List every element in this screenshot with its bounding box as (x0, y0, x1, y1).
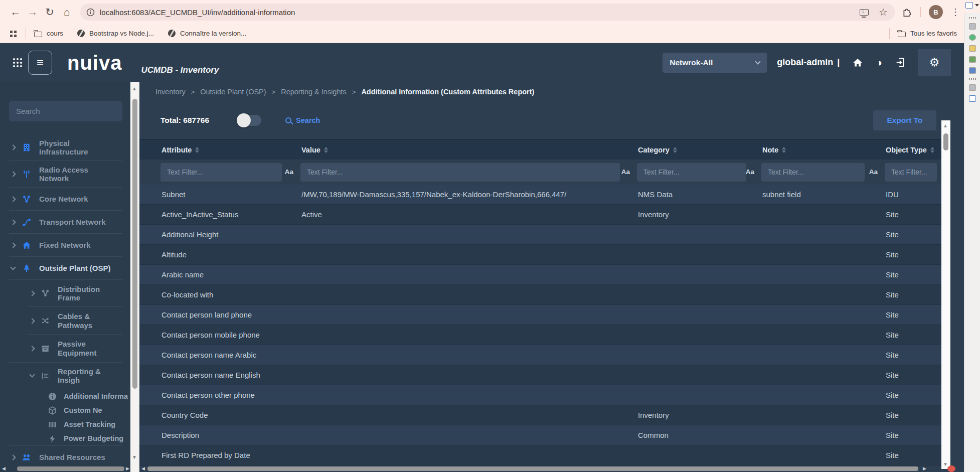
scrollbar-thumb[interactable] (943, 133, 948, 150)
breadcrumb-reporting-insights[interactable]: Reporting & Insights (281, 88, 347, 96)
table-row[interactable]: Arabic nameSite (139, 265, 941, 285)
extensions-icon[interactable] (902, 7, 912, 18)
external-window-icon[interactable] (965, 2, 973, 9)
case-sensitive-toggle[interactable]: Aa (621, 168, 630, 176)
scroll-right-icon[interactable]: ▶ (923, 466, 926, 471)
browser-menu-icon[interactable]: ⋮ (951, 7, 960, 18)
apps-grid-icon[interactable] (10, 31, 13, 33)
scrollbar-thumb[interactable] (132, 99, 137, 389)
scrollbar-thumb[interactable] (147, 466, 918, 471)
filter-note-input[interactable] (761, 163, 865, 182)
sidebar-item-cables-pathways[interactable]: Cables & Pathways (0, 307, 130, 335)
site-info-icon[interactable] (86, 8, 95, 17)
app-launcher-icon[interactable] (13, 58, 15, 60)
all-favorites[interactable]: Tous les favoris (898, 30, 957, 37)
scrollbar-thumb[interactable] (17, 466, 124, 471)
table-row[interactable]: DescriptionCommonSite (139, 425, 941, 445)
filter-attribute-input[interactable] (160, 163, 282, 182)
sidebar-item-power-budgeting[interactable]: Power Budgeting (0, 432, 130, 446)
sidebar-item-physical-infrastructure[interactable]: Physical Infrastructure (0, 134, 130, 161)
profile-avatar[interactable]: B (929, 5, 943, 19)
sidebar-item-transport-network[interactable]: Transport Network (0, 211, 130, 234)
network-selector[interactable]: Netwrok-All (663, 53, 767, 73)
sidebar-vertical-scrollbar[interactable]: ▲ ▼ (130, 82, 139, 472)
external-tool-icon[interactable] (969, 67, 976, 74)
scrollbar-track[interactable]: ▲ ▼ (941, 120, 950, 469)
sidebar-item-distribution-frame[interactable]: Distribution Frame (0, 280, 130, 307)
home-icon[interactable] (853, 58, 863, 68)
reload-icon[interactable]: ↻ (41, 6, 58, 18)
scroll-down-icon[interactable]: ▼ (132, 454, 137, 460)
sidebar-item-passive-equipment[interactable]: Passive Equipment (0, 335, 130, 362)
table-vertical-scrollbar[interactable]: ▲ ▼ (941, 82, 950, 472)
table-row[interactable]: Contact person other phoneSite (139, 385, 941, 405)
caret-down-icon[interactable] (975, 4, 979, 7)
bookmark-connaitre[interactable]: Connaître la version... (168, 30, 246, 37)
scroll-left-icon[interactable]: ◀ (141, 466, 145, 471)
contrast-icon[interactable]: ◑ (876, 57, 882, 69)
table-horizontal-scrollbar[interactable]: ◀ ▶ (139, 465, 941, 472)
sidebar-item-custom-ne[interactable]: Custom Ne (0, 404, 130, 418)
table-row[interactable]: Country CodeInventorySite (139, 405, 941, 425)
scroll-right-icon[interactable]: ▶ (126, 466, 129, 471)
column-header-category[interactable]: Category (638, 146, 762, 154)
forward-icon[interactable]: → (24, 6, 41, 18)
table-row[interactable]: Co-located withSite (139, 285, 941, 305)
table-row[interactable]: Additional HeightSite (139, 225, 941, 245)
sidebar-search-input[interactable] (9, 101, 122, 121)
back-icon[interactable]: ← (7, 6, 24, 18)
filter-toggle[interactable] (238, 115, 261, 126)
url-bar[interactable]: localhost:6083/ACE_UCMDB_UI/inv/addition… (80, 4, 895, 21)
export-to-button[interactable]: Export To (873, 110, 936, 130)
sidebar-item-fixed-network[interactable]: Fixed Network (0, 234, 130, 257)
sidebar-item-additional-information[interactable]: Additional Informa (0, 390, 130, 404)
install-app-icon[interactable] (860, 9, 869, 16)
external-tool-icon[interactable] (969, 84, 976, 91)
filter-value-input[interactable] (300, 163, 620, 182)
case-sensitive-toggle[interactable]: Aa (746, 168, 754, 176)
drag-handle[interactable] (969, 17, 976, 19)
search-button[interactable]: Search (285, 116, 320, 124)
table-row[interactable]: Active_InActive_StatusActiveInventorySit… (139, 205, 941, 225)
table-row[interactable]: Subnet/MW,70,189/MW-Damascus,335,157/Nab… (139, 185, 941, 205)
breadcrumb-outside-plant[interactable]: Outside Plant (OSP) (200, 88, 266, 96)
filter-category-input[interactable] (637, 163, 746, 182)
case-sensitive-toggle[interactable]: Aa (869, 168, 878, 176)
settings-button[interactable]: ⚙ (918, 49, 951, 76)
sidebar-item-shared-resources[interactable]: Shared Resources (0, 446, 130, 465)
hamburger-menu-button[interactable]: ≡ (28, 51, 52, 75)
scroll-down-icon[interactable]: ▼ (943, 461, 948, 467)
sidebar-item-asset-tracking[interactable]: Asset Tracking (0, 418, 130, 432)
sidebar-item-reporting-insights[interactable]: Reporting & Insigh (0, 362, 130, 390)
case-sensitive-toggle[interactable]: Aa (285, 168, 293, 176)
column-header-value[interactable]: Value (301, 146, 638, 154)
scroll-up-icon[interactable]: ▲ (943, 123, 948, 128)
table-row[interactable]: Contact person name EnglishSite (139, 365, 941, 385)
table-row[interactable]: AltitudeSite (139, 245, 941, 265)
bookmark-folder-cours[interactable]: cours (34, 30, 63, 37)
external-tool-icon[interactable] (969, 95, 976, 102)
external-tool-icon[interactable] (969, 23, 976, 30)
table-row[interactable]: Contact person mobile phoneSite (139, 325, 941, 345)
external-tool-icon[interactable] (969, 34, 976, 41)
logout-icon[interactable] (895, 57, 906, 68)
bookmark-bootstrap[interactable]: Bootstrap vs Node.j... (77, 30, 154, 37)
table-row[interactable]: Contact person name ArabicSite (139, 345, 941, 365)
bookmark-star-icon[interactable]: ☆ (879, 6, 888, 18)
column-header-note[interactable]: Note (762, 146, 886, 154)
scroll-up-icon[interactable]: ▲ (132, 86, 137, 91)
breadcrumb-inventory[interactable]: Inventory (155, 88, 186, 96)
url-text[interactable]: localhost:6083/ACE_UCMDB_UI/inv/addition… (100, 8, 860, 17)
table-row[interactable]: Contact person land phoneSite (139, 305, 941, 325)
sidebar-item-outside-plant-osp[interactable]: Outside Plant (OSP) (0, 257, 130, 280)
scroll-left-icon[interactable]: ◀ (2, 466, 6, 471)
filter-object-type-input[interactable] (885, 163, 937, 182)
column-header-object-type[interactable]: Object Type (886, 146, 941, 154)
table-row[interactable]: First RD Prepared by DateSite (139, 445, 941, 465)
column-header-attribute[interactable]: Attribute (161, 146, 301, 154)
sidebar-horizontal-scrollbar[interactable]: ◀ ▶ (0, 465, 130, 472)
external-tool-icon[interactable] (969, 45, 976, 52)
sidebar-item-radio-access-network[interactable]: Radio Access Network (0, 161, 130, 188)
drag-handle[interactable] (969, 78, 976, 80)
browser-home-icon[interactable]: ⌂ (58, 6, 75, 18)
